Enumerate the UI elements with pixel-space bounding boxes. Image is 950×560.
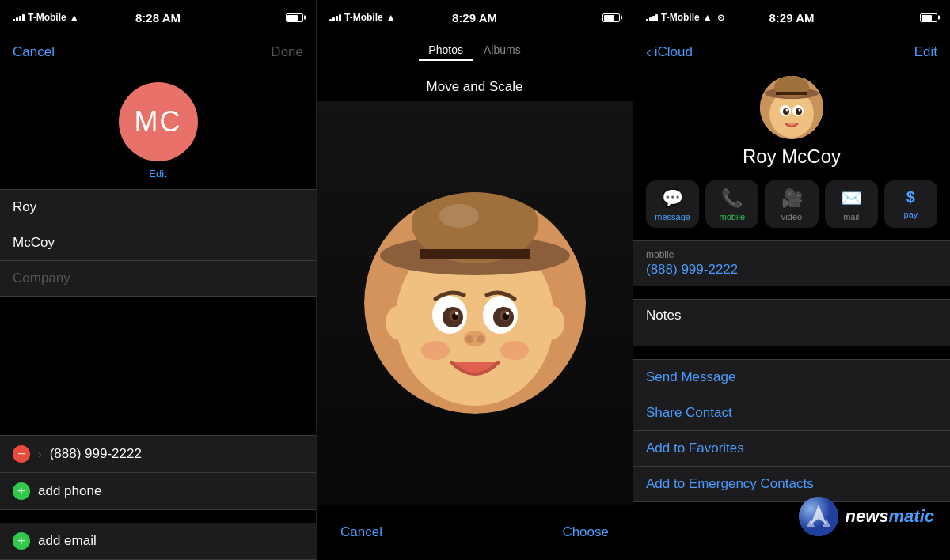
actions-list-section: Send Message Share Contact Add to Favori…: [633, 359, 950, 502]
watermark-logo: [799, 497, 838, 536]
signal-icon: [13, 14, 25, 21]
action-buttons: 💬 message 📞 mobile 🎥 video ✉️ mail $ pay: [633, 180, 950, 240]
image-container[interactable]: [317, 101, 633, 505]
notes-section: Notes: [633, 299, 950, 346]
video-button[interactable]: 🎥 video: [765, 180, 818, 228]
move-scale-title: Move and Scale: [317, 66, 633, 101]
cancel-button[interactable]: Cancel: [13, 44, 55, 60]
pay-icon: $: [906, 188, 915, 206]
edit-contact-panel: T-Mobile ▲ 8:28 AM Cancel Done MC Edit C…: [0, 0, 317, 560]
carrier-1: T-Mobile ▲: [13, 12, 79, 23]
signal-icon-3: [646, 14, 658, 21]
add-phone-row: + add phone: [0, 473, 316, 510]
status-bar-2: T-Mobile ▲ 8:29 AM: [317, 0, 633, 35]
avatar-edit-button[interactable]: Edit: [149, 168, 166, 180]
wifi-icon-3: ▲: [703, 12, 712, 23]
mail-label: mail: [843, 212, 859, 221]
remove-phone-button[interactable]: −: [13, 445, 30, 463]
phone-detail-section: mobile (888) 999-2222: [633, 240, 950, 286]
photo-tabs: Photos Albums: [317, 35, 633, 66]
video-label: video: [781, 212, 802, 221]
svg-rect-27: [776, 92, 808, 95]
form-fields: Company: [0, 189, 316, 419]
pay-button[interactable]: $ pay: [884, 180, 937, 228]
message-button[interactable]: 💬 message: [646, 180, 699, 228]
phone-icon: 📞: [721, 188, 743, 209]
done-button[interactable]: Done: [271, 44, 303, 60]
company-row: Company: [0, 261, 316, 297]
carrier-3: T-Mobile ▲ ⊙: [646, 12, 724, 23]
company-placeholder: Company: [13, 271, 70, 286]
message-icon: 💬: [662, 188, 683, 209]
battery-icon: [286, 13, 303, 22]
move-scale-panel: T-Mobile ▲ 8:29 AM Photos Albums Move an…: [317, 0, 633, 560]
last-name-field[interactable]: [13, 235, 303, 251]
add-email-button[interactable]: +: [13, 532, 30, 550]
phone-number-detail[interactable]: (888) 999-2222: [646, 262, 937, 278]
signal-icon-2: [329, 14, 341, 21]
mobile-label: mobile: [720, 212, 745, 221]
battery-icon-2: [602, 13, 620, 22]
mail-icon: ✉️: [841, 188, 862, 209]
detail-avatar: [760, 76, 823, 139]
phone-chevron-icon: ›: [38, 448, 42, 460]
status-time-1: 8:28 AM: [135, 11, 180, 25]
move-scale-controls: Cancel Choose: [317, 505, 633, 560]
phone-row: − › (888) 999-2222: [0, 435, 316, 473]
choose-button[interactable]: Choose: [562, 524, 609, 540]
status-icons-1: [286, 13, 303, 22]
battery-icon-3: [920, 13, 937, 22]
phone-type-label: mobile: [646, 249, 937, 260]
add-phone-button[interactable]: +: [13, 482, 30, 500]
mail-button[interactable]: ✉️ mail: [825, 180, 878, 228]
svg-point-33: [799, 109, 801, 112]
tab-photos[interactable]: Photos: [419, 40, 473, 61]
add-phone-label[interactable]: add phone: [38, 483, 101, 499]
avatar-section: MC Edit: [0, 70, 316, 189]
status-time-2: 8:29 AM: [452, 11, 497, 25]
edit-nav-bar: Cancel Done: [0, 35, 316, 70]
back-chevron-icon: ‹: [646, 43, 652, 61]
share-contact-action[interactable]: Share Contact: [633, 395, 950, 431]
last-name-row: [0, 225, 316, 261]
message-label: message: [655, 212, 690, 221]
notes-label: Notes: [646, 308, 681, 323]
svg-point-32: [786, 109, 788, 112]
first-name-row: [0, 189, 316, 225]
watermark-brand: newsmatic: [845, 506, 934, 527]
phone-detail-row: mobile (888) 999-2222: [633, 241, 950, 286]
phone-section: − › (888) 999-2222 + add phone + add ema…: [0, 435, 316, 560]
watermark: newsmatic: [799, 497, 934, 536]
status-time-3: 8:29 AM: [770, 11, 815, 25]
wifi-bars-icon: ⊙: [717, 13, 724, 23]
add-email-row: + add email: [0, 523, 316, 560]
contact-name: Roy McCoy: [743, 146, 841, 168]
first-name-field[interactable]: [13, 199, 303, 215]
detail-header: Roy McCoy: [633, 70, 950, 180]
contact-detail-panel: T-Mobile ▲ ⊙ 8:29 AM ‹ iCloud Edit: [633, 0, 950, 560]
status-bar-1: T-Mobile ▲ 8:28 AM: [0, 0, 316, 35]
detail-nav: ‹ iCloud Edit: [633, 35, 950, 70]
send-message-action[interactable]: Send Message: [633, 360, 950, 395]
wifi-icon-2: ▲: [386, 12, 396, 23]
phone-number-value[interactable]: (888) 999-2222: [50, 446, 142, 462]
tab-albums[interactable]: Albums: [474, 40, 530, 61]
add-email-label[interactable]: add email: [38, 533, 97, 549]
add-to-favorites-action[interactable]: Add to Favorites: [633, 431, 950, 467]
wifi-icon: ▲: [70, 12, 79, 23]
status-icons-2: [602, 13, 620, 22]
pay-label: pay: [904, 210, 918, 219]
carrier-2: T-Mobile ▲: [329, 12, 396, 23]
back-button[interactable]: ‹ iCloud: [646, 44, 693, 61]
video-icon: 🎥: [781, 188, 803, 209]
mobile-call-button[interactable]: 📞 mobile: [705, 180, 758, 228]
edit-button[interactable]: Edit: [914, 44, 937, 60]
status-icons-3: [920, 13, 937, 22]
cancel-button-2[interactable]: Cancel: [340, 524, 382, 540]
status-bar-3: T-Mobile ▲ ⊙ 8:29 AM: [633, 0, 950, 35]
avatar[interactable]: MC: [119, 82, 198, 161]
